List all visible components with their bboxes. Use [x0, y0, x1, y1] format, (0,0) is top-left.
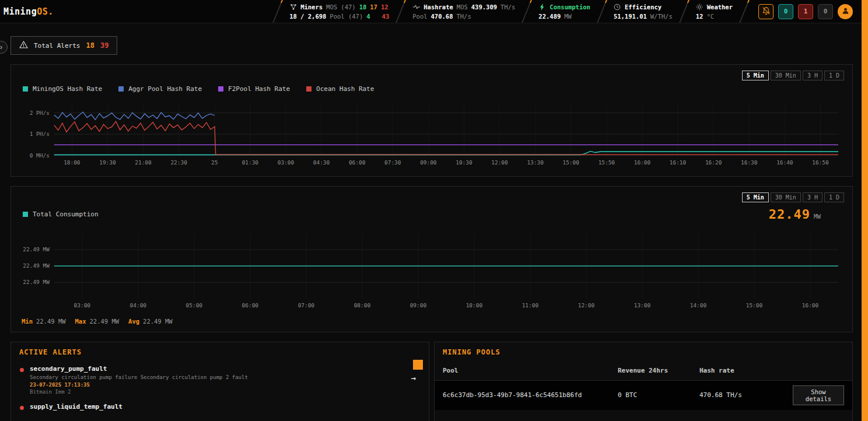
range-30min-button[interactable]: 30 Min [771, 71, 801, 80]
efficiency-label: Efficiency [625, 3, 662, 10]
svg-text:05:00: 05:00 [186, 303, 203, 309]
warning-triangle-icon [19, 41, 28, 50]
svg-text:07:30: 07:30 [384, 159, 401, 166]
svg-text:12:00: 12:00 [578, 303, 595, 309]
svg-text:04:30: 04:30 [313, 159, 330, 166]
consumption-stat[interactable]: Consumption 22.489 MW [533, 0, 596, 23]
alert-item[interactable]: supply_liquid_temp_fault [11, 399, 429, 415]
consumption-big-unit: MW [814, 213, 821, 220]
legend-label: Total Consumption [33, 210, 99, 218]
svg-text:16:50: 16:50 [812, 159, 829, 166]
miners-ok-count: 18 [359, 3, 367, 10]
hashrate-mos-value: 439.309 [471, 3, 497, 10]
hashrate-icon [412, 3, 420, 11]
hashrate-stat[interactable]: Hashrate MOS 439.309 TH/s Pool 470.68 TH… [407, 0, 521, 23]
total-alerts-summary[interactable]: Total Alerts 18 39 [10, 36, 117, 55]
svg-text:16:20: 16:20 [705, 159, 722, 166]
range-1d-button[interactable]: 1 D [824, 71, 844, 80]
teal-legend-swatch [23, 86, 28, 92]
mining-pools-panel: MINING POOLS Pool Revenue 24hrs Hash rat… [434, 342, 853, 421]
hashrate-mos-unit: TH/s [501, 3, 515, 10]
hashrate-line-chart[interactable]: 18:0019:3021:0022:302501:3003:0004:3006:… [19, 100, 844, 169]
svg-text:16:00: 16:00 [802, 303, 819, 309]
weather-stat[interactable]: Weather 12 °C [690, 0, 738, 23]
miners-error-count: 12 [381, 3, 388, 10]
brand-suffix: OS. [37, 6, 54, 17]
range-5min-button[interactable]: 5 Min [742, 192, 769, 202]
consumption-stats: Min 22.49 MW Max 22.49 MW Avg 22.49 MW [22, 318, 844, 325]
hashrate-chart-panel: 5 Min 30 Min 3 H 1 D MiningOS Hash Rate … [10, 64, 853, 177]
red-legend-swatch [306, 86, 312, 92]
bell-slash-icon [762, 6, 771, 17]
divider [679, 0, 690, 23]
efficiency-value: 51,191.01 [614, 13, 647, 20]
brand-name: Mining [4, 6, 37, 17]
svg-text:15:00: 15:00 [746, 303, 763, 309]
header-stats: Miners MOS (47) 18 17 12 18 / 2,698 Pool… [272, 0, 750, 23]
pools-table-row[interactable]: 6c6c37db-95d3-49b7-9841-6c54651b86fd 0 B… [435, 380, 852, 410]
alert-device: Bitmain Imm 2 [30, 389, 405, 395]
teal-legend-swatch [23, 212, 28, 217]
svg-text:03:00: 03:00 [278, 159, 295, 166]
consumption-bolt-icon [538, 3, 546, 11]
gray-count-badge[interactable]: 0 [818, 4, 833, 19]
pools-table-header: Pool Revenue 24hrs Hash rate [435, 361, 852, 380]
revenue-column-header: Revenue 24hrs [618, 367, 699, 374]
hashrate-pool-key: Pool [412, 13, 427, 20]
sidebar-expand-button[interactable]: › [0, 41, 8, 54]
legend-total-consumption[interactable]: Total Consumption [23, 210, 99, 218]
consumption-line-chart[interactable]: 03:0004:0005:0006:0007:0008:0009:0010:00… [19, 229, 844, 313]
teal-count-badge[interactable]: 0 [778, 4, 793, 19]
svg-text:09:00: 09:00 [420, 159, 437, 166]
active-alerts-panel: ACTIVE ALERTS secondary_pump_fault Secon… [10, 342, 429, 421]
top-bar: MiningOS. Miners MOS (47) 18 17 12 18 / … [0, 0, 868, 23]
range-30min-button[interactable]: 30 Min [771, 192, 801, 202]
legend-miningos-hashrate[interactable]: MiningOS Hash Rate [23, 85, 102, 93]
svg-text:04:00: 04:00 [130, 303, 147, 309]
alert-timestamp: 23-07-2025 17:13:35 [30, 382, 405, 388]
alert-name: supply_liquid_temp_fault [30, 403, 405, 411]
svg-text:10:30: 10:30 [456, 159, 473, 166]
svg-text:09:00: 09:00 [410, 303, 427, 309]
consumption-range-selector: 5 Min 30 Min 3 H 1 D [19, 192, 844, 202]
efficiency-stat[interactable]: Efficiency 51,191.01 W/TH/s [608, 0, 678, 23]
alert-item[interactable]: secondary_pump_fault Secondary circulati… [11, 361, 429, 399]
alert-name: secondary_pump_fault [30, 365, 405, 373]
svg-text:15:00: 15:00 [563, 159, 580, 166]
range-3h-button[interactable]: 3 H [803, 71, 822, 80]
legend-f2pool-hashrate[interactable]: F2Pool Hash Rate [218, 85, 290, 93]
range-1d-button[interactable]: 1 D [824, 192, 844, 202]
right-accent-bar [862, 0, 868, 421]
hashrate-pool-unit: TH/s [456, 13, 471, 20]
legend-aggr-pool-hashrate[interactable]: Aggr Pool Hash Rate [118, 85, 202, 93]
alerts-expand-button[interactable] [413, 360, 423, 370]
svg-text:2 PH/s: 2 PH/s [30, 110, 50, 116]
alerts-next-button[interactable]: → [411, 373, 416, 383]
show-details-button[interactable]: Show details [793, 385, 844, 405]
svg-text:18:00: 18:00 [64, 159, 80, 166]
user-menu-button[interactable] [838, 4, 853, 19]
weather-label: Weather [707, 3, 733, 10]
notifications-muted-button[interactable] [758, 4, 774, 19]
consumption-big-number: 22.49 [769, 207, 810, 222]
consumption-legend-row: Total Consumption 22.49 MW [23, 207, 844, 222]
app-logo[interactable]: MiningOS. [0, 0, 54, 23]
red-count-badge[interactable]: 1 [798, 4, 813, 19]
avg-label: Avg [128, 318, 139, 325]
total-alerts-warning-count: 18 [86, 41, 94, 50]
range-3h-button[interactable]: 3 H [803, 192, 822, 202]
divider [739, 0, 750, 23]
max-value: 22.49 MW [90, 318, 120, 325]
range-5min-button[interactable]: 5 Min [742, 71, 769, 80]
miners-stat[interactable]: Miners MOS (47) 18 17 12 18 / 2,698 Pool… [284, 0, 395, 23]
legend-label: MiningOS Hash Rate [33, 85, 102, 93]
alert-description: Secondary circulation pump failure Secon… [30, 374, 405, 380]
miners-warn-count: 17 [370, 3, 377, 10]
hashrate-legend: MiningOS Hash Rate Aggr Pool Hash Rate F… [23, 85, 844, 93]
svg-text:03:00: 03:00 [74, 303, 91, 309]
legend-ocean-hashrate[interactable]: Ocean Hash Rate [306, 85, 374, 93]
mining-pools-title: MINING POOLS [435, 342, 852, 361]
weather-value: 12 [696, 13, 704, 20]
svg-text:25: 25 [211, 159, 218, 166]
svg-text:16:40: 16:40 [776, 159, 793, 166]
